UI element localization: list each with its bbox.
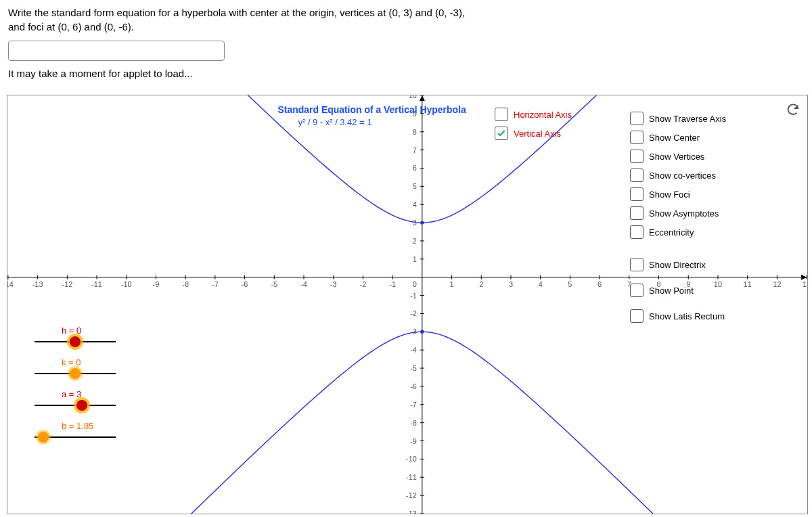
svg-point-104 xyxy=(421,330,424,333)
slider-label-k: k = 0 xyxy=(62,357,116,367)
svg-text:8: 8 xyxy=(413,128,417,136)
svg-text:-7: -7 xyxy=(410,401,417,409)
svg-text:12: 12 xyxy=(773,280,781,288)
equation-title: Standard Equation of a Vertical Hyperbol… xyxy=(278,104,466,115)
show-option-6[interactable]: Eccentricity xyxy=(630,225,726,239)
svg-text:-13: -13 xyxy=(406,510,417,514)
show-option-label: Show Center xyxy=(649,133,700,143)
slider-label-h: h = 0 xyxy=(62,325,116,336)
show-option-4[interactable]: Show Foci xyxy=(630,187,726,201)
slider-knob[interactable] xyxy=(70,336,81,347)
show-option-9[interactable]: Show Latis Rectum xyxy=(630,309,726,323)
slider-track[interactable] xyxy=(35,401,116,410)
orientation-group: Horizontal Axis Vertical Axis xyxy=(495,108,572,140)
show-option-label: Show Directrix xyxy=(649,260,706,270)
slider-knob[interactable] xyxy=(76,400,87,411)
slider-knob[interactable] xyxy=(70,368,81,379)
horizontal-axis-checkbox[interactable]: Horizontal Axis xyxy=(495,108,572,121)
svg-text:-11: -11 xyxy=(406,473,417,481)
slider-track[interactable] xyxy=(35,369,116,378)
svg-text:1: 1 xyxy=(413,255,417,263)
svg-text:-12: -12 xyxy=(62,280,72,288)
svg-text:11: 11 xyxy=(744,280,752,288)
slider-track[interactable] xyxy=(35,337,116,346)
svg-text:-2: -2 xyxy=(410,309,417,317)
svg-text:-5: -5 xyxy=(410,364,417,372)
svg-text:-5: -5 xyxy=(271,280,277,288)
svg-text:3: 3 xyxy=(509,280,513,288)
svg-text:2: 2 xyxy=(479,280,483,288)
checkbox-box xyxy=(630,206,644,220)
checkbox-box xyxy=(630,131,644,144)
applet-frame: -14-13-12-11-10-9-8-7-6-5-4-3-2-11234567… xyxy=(7,95,808,514)
svg-text:-8: -8 xyxy=(410,419,417,427)
slider-knob[interactable] xyxy=(38,432,49,443)
svg-text:-9: -9 xyxy=(410,437,417,445)
show-option-5[interactable]: Show Asymptotes xyxy=(630,206,726,220)
svg-text:-2: -2 xyxy=(360,280,367,288)
svg-text:-10: -10 xyxy=(406,455,417,463)
show-option-label: Show Foci xyxy=(649,189,690,200)
svg-text:-1: -1 xyxy=(389,280,396,288)
svg-text:-4: -4 xyxy=(410,346,417,354)
svg-text:-14: -14 xyxy=(7,280,14,288)
svg-text:-12: -12 xyxy=(406,491,417,499)
question-area: Write the standard form equation for a h… xyxy=(0,0,812,83)
checkbox-box xyxy=(630,187,644,201)
svg-text:-1: -1 xyxy=(410,292,417,300)
show-option-label: Show Asymptotes xyxy=(649,208,719,219)
svg-text:6: 6 xyxy=(597,280,602,288)
show-option-label: Show co-vertices xyxy=(649,171,716,181)
checkbox-box xyxy=(630,258,644,271)
svg-text:7: 7 xyxy=(413,146,417,154)
svg-text:-4: -4 xyxy=(300,280,307,288)
show-option-label: Show Vertices xyxy=(649,152,704,162)
svg-text:4: 4 xyxy=(413,200,417,208)
show-option-7[interactable]: Show Directrix xyxy=(630,258,726,271)
svg-text:13: 13 xyxy=(803,280,807,288)
svg-text:-8: -8 xyxy=(182,280,189,288)
svg-text:-6: -6 xyxy=(410,382,417,390)
slider-track[interactable] xyxy=(35,432,116,442)
slider-k[interactable]: k = 0 xyxy=(35,357,116,378)
horizontal-axis-label: Horizontal Axis xyxy=(514,110,572,120)
show-option-label: Show Latis Rectum xyxy=(649,311,725,321)
show-option-0[interactable]: Show Traverse Axis xyxy=(630,112,726,125)
vertical-axis-checkbox[interactable]: Vertical Axis xyxy=(495,127,572,140)
svg-text:4: 4 xyxy=(539,280,543,288)
svg-text:5: 5 xyxy=(568,280,572,288)
answer-input[interactable] xyxy=(8,41,225,61)
svg-text:0: 0 xyxy=(413,280,417,288)
show-option-1[interactable]: Show Center xyxy=(630,131,726,144)
vertical-axis-label: Vertical Axis xyxy=(514,129,561,139)
slider-b[interactable]: b = 1.85 xyxy=(35,421,116,442)
checkbox-box xyxy=(630,168,644,182)
svg-text:-6: -6 xyxy=(242,280,248,288)
show-option-label: Show Traverse Axis xyxy=(649,114,726,124)
question-line-2: and foci at (0, 6) and (0, -6). xyxy=(8,20,804,34)
svg-text:-10: -10 xyxy=(121,280,132,288)
svg-text:1: 1 xyxy=(450,280,454,288)
show-option-8[interactable]: Show Point xyxy=(630,284,726,297)
svg-point-103 xyxy=(421,221,424,224)
slider-label-b: b = 1.85 xyxy=(62,421,116,431)
svg-text:10: 10 xyxy=(409,95,417,99)
slider-a[interactable]: a = 3 xyxy=(35,389,116,410)
show-options-group: Show Traverse AxisShow CenterShow Vertic… xyxy=(630,112,726,323)
load-note: It may take a moment for applet to load.… xyxy=(8,68,804,79)
svg-text:2: 2 xyxy=(413,237,417,245)
svg-text:-11: -11 xyxy=(91,280,102,288)
equation-formula: y² / 9 - x² / 3.42 = 1 xyxy=(298,117,372,127)
checkbox-box xyxy=(495,108,508,121)
show-option-label: Show Point xyxy=(649,286,694,296)
checkbox-box xyxy=(630,150,644,163)
svg-text:-3: -3 xyxy=(330,280,337,288)
checkbox-box xyxy=(630,284,644,297)
svg-text:-9: -9 xyxy=(153,280,160,288)
slider-h[interactable]: h = 0 xyxy=(35,325,116,346)
show-option-3[interactable]: Show co-vertices xyxy=(630,168,726,182)
checkbox-box xyxy=(630,309,644,323)
show-option-label: Eccentricity xyxy=(649,227,694,238)
slider-group: h = 0k = 0a = 3b = 1.85 xyxy=(35,325,116,442)
show-option-2[interactable]: Show Vertices xyxy=(630,150,726,163)
